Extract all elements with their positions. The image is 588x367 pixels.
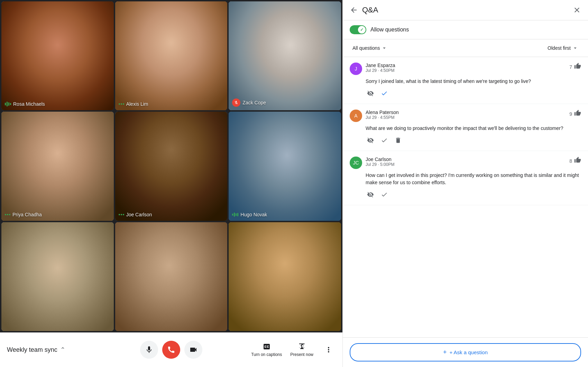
qa-actions-2 <box>350 135 581 145</box>
qa-user-info-joe: Joe Carlson Jul 29 · 5:00PM <box>366 157 566 167</box>
captions-icon <box>263 342 271 351</box>
qa-question-text-3: How can I get involved in this project? … <box>350 172 581 186</box>
toggle-knob: ✓ <box>358 26 366 34</box>
qa-author-alena: Alena Paterson <box>366 110 566 115</box>
video-cell-priya: Priya Chadha <box>1 112 114 220</box>
qa-back-button[interactable] <box>350 6 358 14</box>
back-arrow-icon <box>350 6 358 14</box>
participant-name-hugo: Hugo Novak <box>232 212 267 217</box>
qa-question-item-1: J Jane Esparza Jul 29 · 4:50PM 7 Sorry I… <box>343 57 588 104</box>
qa-close-button[interactable] <box>573 6 581 14</box>
thumbs-up-icon-3 <box>574 157 581 163</box>
like-button-2[interactable] <box>574 110 581 118</box>
captions-button[interactable]: Turn on captions <box>251 342 282 357</box>
answer-button-1[interactable] <box>379 88 389 98</box>
qa-header: Q&A <box>343 0 588 20</box>
hide-button-3[interactable] <box>366 190 375 199</box>
controls-center <box>140 341 202 359</box>
eye-off-icon-2 <box>367 137 374 144</box>
qa-author-jane: Jane Esparza <box>366 63 566 68</box>
thumbs-up-icon-2 <box>574 110 581 116</box>
video-grid: Rosa Michaels Alexis Lim <box>0 0 342 332</box>
meeting-title: Weekly team sync <box>7 346 57 354</box>
qa-question-item-3: JC Joe Carlson Jul 29 · 5:00PM 8 How can… <box>343 151 588 205</box>
qa-timestamp-3: Jul 29 · 5:00PM <box>366 162 566 167</box>
sort-chevron-icon <box>572 45 578 51</box>
qa-footer: + + Ask a question <box>343 337 588 367</box>
qa-filter-row: All questions Oldest first <box>343 39 588 57</box>
hide-button-2[interactable] <box>366 135 375 145</box>
mic-button[interactable] <box>140 341 158 359</box>
qa-like-section-1: 7 <box>569 63 581 71</box>
qa-actions-3 <box>350 190 581 199</box>
video-cell-hugo: Hugo Novak <box>229 112 341 220</box>
camera-button[interactable] <box>184 341 202 359</box>
allow-questions-label: Allow questions <box>370 27 409 33</box>
participant-name-zack: Zack Cope <box>232 98 266 107</box>
all-questions-label: All questions <box>352 45 380 51</box>
audio-dots-priya <box>5 214 10 215</box>
qa-question-header-3: JC Joe Carlson Jul 29 · 5:00PM 8 <box>350 157 581 169</box>
mic-muted-zack <box>232 98 240 107</box>
answer-button-3[interactable] <box>379 190 389 199</box>
check-icon-1 <box>381 90 388 97</box>
qa-actions-1 <box>350 88 581 98</box>
audio-speaking-hugo <box>232 213 238 217</box>
present-button[interactable]: Present now <box>290 342 313 357</box>
video-cell-joe: Joe Carlson <box>115 112 228 220</box>
qa-like-count-1: 7 <box>569 64 572 70</box>
oldest-first-filter[interactable]: Oldest first <box>545 43 581 53</box>
qa-author-joe: Joe Carlson <box>366 157 566 162</box>
ask-question-plus-icon: + <box>443 349 447 356</box>
present-label: Present now <box>290 352 313 357</box>
allow-questions-toggle[interactable]: ✓ <box>350 25 366 34</box>
meeting-title-area: Weekly team sync ⌃ <box>7 346 76 354</box>
avatar-alena: A <box>350 110 362 122</box>
more-options-button[interactable] <box>322 343 336 357</box>
avatar-joe: JC <box>350 157 362 169</box>
video-cell-alexis: Alexis Lim <box>115 1 228 110</box>
qa-question-header-2: A Alena Paterson Jul 29 · 4:55PM 9 <box>350 110 581 122</box>
bottom-bar: Weekly team sync ⌃ <box>0 332 342 367</box>
qa-question-text-1: Sorry I joined late, what is the latest … <box>350 78 581 85</box>
all-questions-filter[interactable]: All questions <box>350 43 390 53</box>
participant-name-alexis: Alexis Lim <box>119 101 148 107</box>
delete-icon-2 <box>395 137 402 144</box>
qa-question-text-2: What are we doing to proactively monitor… <box>350 125 581 132</box>
like-button-1[interactable] <box>574 63 581 71</box>
qa-timestamp-2: Jul 29 · 4:55PM <box>366 115 566 120</box>
video-cell-p8 <box>115 222 228 331</box>
check-icon-2 <box>381 137 388 144</box>
qa-like-section-3: 8 <box>569 157 581 165</box>
participant-name-priya: Priya Chadha <box>5 212 42 217</box>
like-button-3[interactable] <box>574 157 581 165</box>
qa-title: Q&A <box>362 6 569 15</box>
video-cell-p9 <box>229 222 341 331</box>
filter-chevron-icon <box>381 45 387 51</box>
qa-question-item-2: A Alena Paterson Jul 29 · 4:55PM 9 What … <box>343 104 588 151</box>
end-call-button[interactable] <box>162 341 180 359</box>
delete-button-2[interactable] <box>393 135 403 145</box>
video-cell-zack: Zack Cope <box>229 1 341 110</box>
eye-off-icon-1 <box>367 90 374 97</box>
chevron-up-icon[interactable]: ⌃ <box>60 346 65 354</box>
qa-like-count-2: 9 <box>569 111 572 117</box>
qa-questions-list: J Jane Esparza Jul 29 · 4:50PM 7 Sorry I… <box>343 57 588 337</box>
close-icon <box>573 6 581 14</box>
eye-off-icon-3 <box>367 191 374 198</box>
hide-button-1[interactable] <box>366 88 375 98</box>
check-icon-3 <box>381 191 388 198</box>
qa-like-count-3: 8 <box>569 158 572 164</box>
toggle-check-icon: ✓ <box>360 27 364 32</box>
audio-dots-alexis <box>119 103 124 105</box>
controls-right: Turn on captions Present now <box>251 342 336 357</box>
thumbs-up-icon-1 <box>574 63 581 69</box>
participant-name-rosa: Rosa Michaels <box>5 101 45 107</box>
ask-question-button[interactable]: + + Ask a question <box>350 343 581 361</box>
qa-question-header-1: J Jane Esparza Jul 29 · 4:50PM 7 <box>350 63 581 75</box>
oldest-first-label: Oldest first <box>548 45 571 51</box>
present-icon <box>298 342 306 351</box>
audio-speaking-rosa <box>5 102 11 106</box>
qa-timestamp-1: Jul 29 · 4:50PM <box>366 68 566 73</box>
answer-button-2[interactable] <box>379 135 389 145</box>
